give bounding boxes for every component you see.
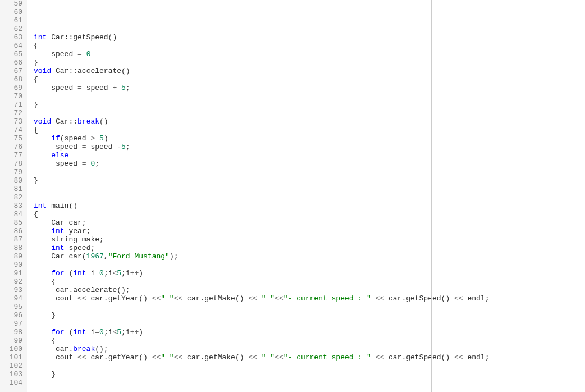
code-line[interactable]: cout << car.getYear() <<" "<< car.getMak… bbox=[34, 354, 585, 362]
line-number: 104 bbox=[2, 379, 22, 388]
code-line[interactable]: else bbox=[34, 152, 585, 160]
line-number: 76 bbox=[2, 143, 22, 152]
code-line[interactable] bbox=[34, 168, 585, 177]
line-number: 84 bbox=[2, 211, 22, 219]
line-number: 88 bbox=[2, 244, 22, 253]
line-number: 92 bbox=[2, 278, 22, 286]
code-line[interactable]: { bbox=[34, 278, 585, 286]
line-number: 95 bbox=[2, 303, 22, 312]
code-line[interactable]: if(speed > 5) bbox=[34, 135, 585, 143]
code-line[interactable]: { bbox=[34, 76, 585, 84]
code-line[interactable]: { bbox=[34, 42, 585, 51]
code-line[interactable]: int year; bbox=[34, 227, 585, 236]
code-line[interactable]: int speed; bbox=[34, 244, 585, 253]
code-line[interactable]: } bbox=[34, 312, 585, 320]
line-number: 87 bbox=[2, 236, 22, 244]
code-line[interactable] bbox=[34, 25, 585, 34]
line-number: 99 bbox=[2, 337, 22, 345]
code-line[interactable]: void Car::break() bbox=[34, 118, 585, 126]
code-line[interactable] bbox=[34, 194, 585, 202]
line-number: 75 bbox=[2, 135, 22, 143]
line-number: 81 bbox=[2, 185, 22, 194]
line-number: 61 bbox=[2, 17, 22, 25]
code-line[interactable] bbox=[34, 17, 585, 25]
line-number: 78 bbox=[2, 160, 22, 168]
line-number: 66 bbox=[2, 59, 22, 67]
code-line[interactable] bbox=[34, 320, 585, 329]
line-number: 71 bbox=[2, 101, 22, 110]
line-number: 72 bbox=[2, 110, 22, 118]
code-line[interactable]: Car car; bbox=[34, 219, 585, 227]
code-line[interactable]: string make; bbox=[34, 236, 585, 244]
line-number: 65 bbox=[2, 51, 22, 59]
line-number-gutter: 5960616263646566676869707172737475767778… bbox=[0, 0, 27, 392]
code-line[interactable]: { bbox=[34, 126, 585, 135]
line-number: 94 bbox=[2, 295, 22, 303]
line-number: 64 bbox=[2, 42, 22, 51]
line-number: 101 bbox=[2, 354, 22, 362]
code-line[interactable]: { bbox=[34, 211, 585, 219]
code-line[interactable]: { bbox=[34, 337, 585, 345]
line-number: 74 bbox=[2, 126, 22, 135]
code-line[interactable]: speed = 0; bbox=[34, 160, 585, 168]
line-number: 59 bbox=[2, 0, 22, 8]
code-line[interactable]: } bbox=[34, 101, 585, 110]
code-line[interactable] bbox=[34, 303, 585, 312]
code-line[interactable]: void Car::accelerate() bbox=[34, 67, 585, 76]
code-line[interactable] bbox=[34, 379, 585, 388]
code-line[interactable]: for (int i=0;i<5;i++) bbox=[34, 329, 585, 337]
code-line[interactable]: for (int i=0;i<5;i++) bbox=[34, 270, 585, 278]
line-number: 91 bbox=[2, 270, 22, 278]
code-line[interactable] bbox=[34, 185, 585, 194]
code-line[interactable]: car.break(); bbox=[34, 345, 585, 354]
code-line[interactable] bbox=[34, 388, 585, 392]
code-line[interactable] bbox=[34, 110, 585, 118]
code-line[interactable]: speed = speed -5; bbox=[34, 143, 585, 152]
line-number: 103 bbox=[2, 371, 22, 379]
line-number: 83 bbox=[2, 202, 22, 211]
line-number: 73 bbox=[2, 118, 22, 126]
line-number: 102 bbox=[2, 362, 22, 371]
code-line[interactable]: } bbox=[34, 177, 585, 185]
line-number: 96 bbox=[2, 312, 22, 320]
line-number: 60 bbox=[2, 8, 22, 17]
line-number: 86 bbox=[2, 227, 22, 236]
code-line[interactable]: } bbox=[34, 59, 585, 67]
code-line[interactable]: cout << car.getYear() <<" "<< car.getMak… bbox=[34, 295, 585, 303]
line-number: 98 bbox=[2, 329, 22, 337]
code-line[interactable]: car.accelerate(); bbox=[34, 286, 585, 295]
line-number: 68 bbox=[2, 76, 22, 84]
code-line[interactable]: int main() bbox=[34, 202, 585, 211]
line-number: 77 bbox=[2, 152, 22, 160]
line-number: 69 bbox=[2, 84, 22, 93]
code-editor-area[interactable]: int Car::getSpeed(){ speed = 0}void Car:… bbox=[27, 0, 585, 392]
code-line[interactable]: speed = 0 bbox=[34, 51, 585, 59]
code-line[interactable] bbox=[34, 362, 585, 371]
line-number: 70 bbox=[2, 93, 22, 101]
line-number: 63 bbox=[2, 34, 22, 42]
line-number: 90 bbox=[2, 261, 22, 270]
line-number: 82 bbox=[2, 194, 22, 202]
line-number: 80 bbox=[2, 177, 22, 185]
line-number: 93 bbox=[2, 286, 22, 295]
line-number: 97 bbox=[2, 320, 22, 329]
code-line[interactable]: speed = speed + 5; bbox=[34, 84, 585, 93]
code-line[interactable] bbox=[34, 261, 585, 270]
line-number: 67 bbox=[2, 67, 22, 76]
code-line[interactable]: int Car::getSpeed() bbox=[34, 34, 585, 42]
line-number: 62 bbox=[2, 25, 22, 34]
code-line[interactable] bbox=[34, 93, 585, 101]
line-number: 79 bbox=[2, 168, 22, 177]
line-number: 85 bbox=[2, 219, 22, 227]
code-line[interactable]: Car car(1967,"Ford Mustang"); bbox=[34, 253, 585, 261]
line-number: 89 bbox=[2, 253, 22, 261]
code-line[interactable]: } bbox=[34, 371, 585, 379]
line-number: 100 bbox=[2, 345, 22, 354]
